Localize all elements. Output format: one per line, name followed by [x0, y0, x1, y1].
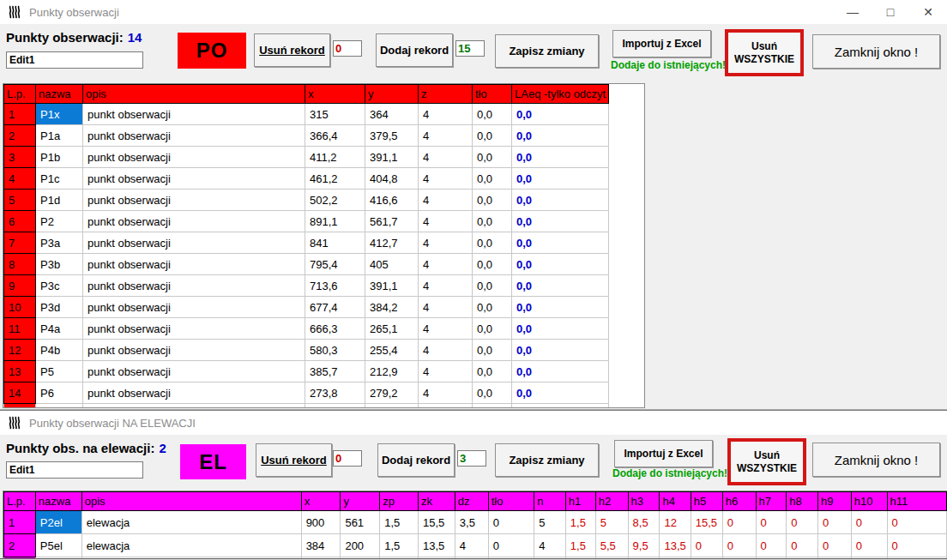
cell[interactable]: 561,7	[365, 211, 419, 232]
cell[interactable]: 1,5	[565, 534, 595, 557]
cell[interactable]: 713,6	[305, 275, 365, 297]
cell[interactable]: 0	[488, 511, 534, 534]
cell[interactable]: 4	[534, 534, 566, 557]
cell[interactable]: 4	[419, 361, 473, 382]
cell[interactable]: 1,5	[565, 511, 595, 534]
cell[interactable]: 0,0	[473, 125, 512, 147]
cell[interactable]: punkt obserwacji	[83, 361, 305, 382]
cell[interactable]: 0,0	[473, 232, 512, 254]
cell[interactable]: 0,0	[473, 147, 512, 168]
cell[interactable]: punkt obserwacji	[83, 297, 305, 318]
cell[interactable]: 411,2	[305, 147, 365, 168]
cell[interactable]: punkt obserwacji	[83, 318, 305, 340]
cell[interactable]: 273,8	[305, 382, 365, 404]
cell[interactable]: 4	[419, 318, 473, 340]
row-number-cell[interactable]: 2	[4, 125, 36, 147]
cell[interactable]: 265,1	[365, 318, 419, 340]
cell[interactable]: P5el	[35, 534, 81, 557]
cell[interactable]: 0	[787, 534, 818, 557]
cell[interactable]: 461,2	[305, 168, 365, 190]
row-number-cell[interactable]: 10	[4, 297, 36, 318]
cell[interactable]: 0,0	[512, 318, 609, 340]
cell[interactable]: 0,0	[512, 297, 609, 318]
cell[interactable]: 9,5	[628, 534, 660, 557]
cell[interactable]: P1a	[36, 125, 83, 147]
cell[interactable]: 384	[301, 534, 341, 557]
cell[interactable]	[365, 404, 419, 409]
row-number-cell[interactable]: 14	[4, 382, 36, 404]
cell[interactable]: 0	[756, 511, 787, 534]
cell[interactable]: 0	[887, 511, 946, 534]
cell[interactable]: 212,9	[365, 361, 419, 382]
edit1-input[interactable]	[6, 461, 143, 479]
cell[interactable]: 561	[341, 511, 380, 534]
cell[interactable]: punkt obserwacji	[83, 340, 305, 361]
cell[interactable]: 4	[419, 340, 473, 361]
cell[interactable]	[473, 404, 512, 409]
cell[interactable]: P2el	[35, 511, 81, 534]
cell[interactable]: 0	[488, 534, 534, 557]
cell[interactable]: 200	[341, 534, 380, 557]
cell[interactable]: 391,1	[365, 275, 419, 297]
cell[interactable]: 0	[851, 511, 887, 534]
cell[interactable]: 0	[787, 511, 818, 534]
cell[interactable]: 0	[722, 511, 756, 534]
row-number-cell[interactable]: 11	[4, 318, 36, 340]
cell[interactable]: 0,0	[512, 275, 609, 297]
cell[interactable]: 0	[851, 534, 887, 557]
delete-record-button[interactable]: Usuń rekord	[254, 33, 330, 67]
cell[interactable]: 391,1	[365, 147, 419, 168]
row-number-cell[interactable]: 9	[4, 275, 36, 297]
cell[interactable]: 0	[818, 534, 852, 557]
cell[interactable]: P2	[36, 211, 83, 232]
cell[interactable]: 0,0	[473, 211, 512, 232]
cell[interactable]: 0	[756, 534, 787, 557]
cell[interactable]: 0,0	[473, 340, 512, 361]
cell[interactable]: 1,5	[380, 534, 419, 557]
cell[interactable]: P3d	[36, 297, 83, 318]
cell[interactable]: 12	[660, 511, 691, 534]
add-count-input[interactable]	[455, 40, 485, 57]
import-excel-button[interactable]: Importuj z Excel	[612, 30, 711, 57]
cell[interactable]: 385,7	[305, 361, 365, 382]
cell[interactable]: 4	[419, 211, 473, 232]
cell[interactable]: 13,5	[660, 534, 691, 557]
cell[interactable]: 15,5	[418, 511, 455, 534]
cell[interactable]: 795,4	[305, 254, 365, 275]
cell[interactable]: 580,3	[305, 340, 365, 361]
cell[interactable]: 0,0	[512, 147, 609, 168]
cell[interactable]: 1,5	[380, 511, 419, 534]
cell[interactable]: 0,0	[473, 318, 512, 340]
cell[interactable]: 412,7	[365, 232, 419, 254]
maximize-icon[interactable]: □	[872, 0, 909, 24]
cell[interactable]: P1b	[36, 147, 83, 168]
import-excel-button[interactable]: Importuj z Excel	[614, 440, 713, 467]
cell[interactable]: 379,5	[365, 125, 419, 147]
cell[interactable]: 0,0	[473, 190, 512, 211]
cell[interactable]: 0,0	[512, 382, 609, 404]
cell[interactable]: punkt obserwacji	[83, 190, 305, 211]
add-record-button[interactable]: Dodaj rekord	[376, 33, 453, 67]
row-number-cell[interactable]: 1	[4, 511, 36, 534]
cell[interactable]: 0,0	[473, 382, 512, 404]
cell[interactable]: 0,0	[473, 168, 512, 190]
cell[interactable]: P3c	[36, 275, 83, 297]
cell[interactable]: punkt obserwacji	[83, 125, 305, 147]
cell[interactable]: 255,4	[365, 340, 419, 361]
row-number-cell[interactable]: 6	[4, 211, 36, 232]
save-changes-button[interactable]: Zapisz zmiany	[495, 34, 599, 68]
delete-all-button[interactable]: Usuń WSZYSTKIE	[725, 29, 804, 76]
add-count-input[interactable]	[457, 450, 486, 467]
cell[interactable]: 0,0	[512, 361, 609, 382]
cell[interactable]: 15,5	[691, 511, 722, 534]
cell[interactable]: 384,2	[365, 297, 419, 318]
cell[interactable]: P3a	[36, 232, 83, 254]
cell[interactable]: 13,5	[418, 534, 455, 557]
cell[interactable]: punkt obserwacji	[83, 104, 305, 125]
row-number-cell[interactable]: 4	[4, 168, 36, 190]
cell[interactable]: 0,0	[512, 125, 609, 147]
cell[interactable]: 416,6	[365, 190, 419, 211]
cell[interactable]: 0,0	[512, 211, 609, 232]
cell[interactable]: 0	[818, 511, 852, 534]
cell[interactable]: 0,0	[473, 104, 512, 125]
